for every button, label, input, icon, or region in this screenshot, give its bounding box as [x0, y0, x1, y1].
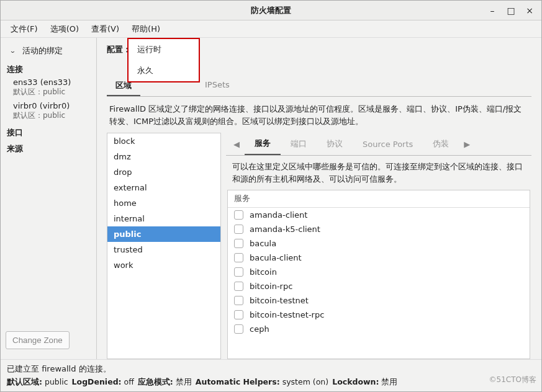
service-checkbox[interactable] — [234, 267, 243, 277]
service-row[interactable]: bitcoin — [228, 265, 530, 279]
watermark: ©51CTO博客 — [489, 375, 536, 385]
zone-detail: ◀ 服务 端口 协议 Source Ports 伪装 ▶ 可以在这里定义区域中哪… — [226, 133, 531, 359]
svc-tab-ports[interactable]: 端口 — [281, 133, 317, 154]
service-checkbox[interactable] — [234, 225, 243, 234]
default-zone-value: public — [45, 377, 68, 386]
config-option-permanent[interactable]: 永久 — [129, 60, 199, 81]
service-name: bitcoin — [250, 267, 277, 277]
connection-name: virbr0 (virbr0) — [7, 100, 90, 110]
zone-item-drop[interactable]: drop — [107, 164, 220, 180]
window-title: 防火墙配置 — [251, 5, 291, 16]
panic-mode-label: 应急模式: — [138, 377, 173, 386]
zone-item-public[interactable]: public — [107, 226, 220, 242]
service-tabs: ◀ 服务 端口 协议 Source Ports 伪装 ▶ — [226, 133, 531, 156]
service-checkbox[interactable] — [234, 239, 243, 248]
zone-description: FirewallD 区域定义了绑定的网络连接、接口以及源地址的可信程度。区域是服… — [107, 97, 531, 133]
sidebar-header[interactable]: ⌄ 活动的绑定 — [7, 43, 90, 60]
service-name: bacula-client — [250, 253, 302, 262]
default-zone-label: 默认区域: — [7, 377, 42, 386]
service-name: bitcoin-testnet — [250, 296, 309, 305]
zone-item-block[interactable]: block — [107, 133, 220, 149]
services-description: 可以在这里定义区域中哪些服务是可信的。可连接至绑定到这个区域的连接、接口和源的所… — [226, 156, 531, 189]
service-checkbox[interactable] — [234, 282, 243, 291]
service-row[interactable]: bitcoin-rpc — [228, 279, 530, 293]
zones-row: block dmz drop external home internal pu… — [107, 133, 531, 359]
service-name: bitcoin-testnet-rpc — [250, 310, 324, 319]
tab-ipsets[interactable]: IPSets — [196, 76, 238, 96]
chevron-down-icon: ⌄ — [9, 47, 16, 54]
auto-helpers-value: system (on) — [282, 377, 329, 386]
maximize-button[interactable]: □ — [502, 2, 520, 19]
sidebar: ⌄ 活动的绑定 连接 ens33 (ens33) 默认区：public virb… — [1, 38, 97, 359]
menubar: 文件(F) 选项(O) 查看(V) 帮助(H) — [1, 20, 541, 38]
main-area: ⌄ 活动的绑定 连接 ens33 (ens33) 默认区：public virb… — [1, 38, 541, 359]
lockdown-label: Lockdown: — [332, 377, 379, 386]
menu-options[interactable]: 选项(O) — [44, 22, 85, 37]
minimize-button[interactable]: – — [483, 2, 502, 19]
active-bindings-label: 活动的绑定 — [22, 46, 63, 55]
svc-tab-source-ports[interactable]: Source Ports — [353, 135, 423, 154]
tab-scroll-right-icon[interactable]: ▶ — [459, 137, 475, 151]
change-zone-button[interactable]: Change Zone — [6, 331, 70, 349]
zone-item-work[interactable]: work — [107, 257, 220, 273]
log-denied-label: LogDenied: — [72, 377, 122, 386]
connection-zone: 默认区：public — [7, 87, 90, 100]
window-buttons: – □ × — [483, 1, 539, 20]
zone-item-dmz[interactable]: dmz — [107, 149, 220, 164]
zone-item-home[interactable]: home — [107, 195, 220, 211]
auto-helpers-label: Automatic Helpers: — [196, 377, 280, 386]
connection-item[interactable]: virbr0 (virbr0) 默认区：public — [7, 100, 90, 123]
service-row[interactable]: bacula-client — [228, 251, 530, 265]
service-row[interactable]: bacula — [228, 236, 530, 251]
service-name: bitcoin-rpc — [250, 282, 292, 291]
statusbar-line1: 已建立至 firewalld 的连接。 — [1, 359, 541, 376]
service-name: bacula — [250, 239, 276, 248]
tab-scroll-left-icon[interactable]: ◀ — [228, 137, 245, 151]
svc-tab-protocols[interactable]: 协议 — [317, 133, 353, 154]
service-row[interactable]: bitcoin-testnet-rpc — [228, 308, 530, 322]
zone-item-internal[interactable]: internal — [107, 211, 220, 226]
service-row[interactable]: amanda-client — [228, 208, 530, 222]
service-row[interactable]: amanda-k5-client — [228, 222, 530, 236]
menu-help[interactable]: 帮助(H) — [125, 22, 166, 37]
content: 配置： 区域 IPSets FirewallD 区域定义了绑定的网络连接、接口以… — [97, 38, 541, 359]
zone-item-trusted[interactable]: trusted — [107, 242, 220, 257]
services-table: 服务 amanda-clientamanda-k5-clientbaculaba… — [227, 190, 530, 359]
service-name: amanda-k5-client — [250, 225, 320, 234]
window: 防火墙配置 – □ × 文件(F) 选项(O) 查看(V) 帮助(H) ⌄ 活动… — [0, 0, 542, 392]
service-row[interactable]: bitcoin-testnet — [228, 293, 530, 308]
service-checkbox[interactable] — [234, 210, 243, 220]
titlebar: 防火墙配置 – □ × — [1, 1, 541, 20]
services-column-header[interactable]: 服务 — [228, 190, 530, 208]
service-row[interactable]: ceph — [228, 322, 530, 336]
zone-list[interactable]: block dmz drop external home internal pu… — [107, 133, 221, 359]
panic-mode-value: 禁用 — [176, 377, 192, 386]
connection-zone: 默认区：public — [7, 110, 90, 123]
menu-file[interactable]: 文件(F) — [4, 22, 44, 37]
lockdown-value: 禁用 — [381, 377, 397, 386]
statusbar-line2: 默认区域: public LogDenied: off 应急模式: 禁用 Aut… — [1, 376, 541, 391]
connection-name: ens33 (ens33) — [7, 76, 90, 87]
interfaces-label: 接口 — [7, 123, 90, 140]
log-denied-value: off — [124, 377, 134, 386]
sources-label: 来源 — [7, 140, 90, 156]
service-checkbox[interactable] — [234, 253, 243, 262]
service-name: ceph — [250, 324, 269, 334]
zone-item-external[interactable]: external — [107, 180, 220, 195]
service-checkbox[interactable] — [234, 324, 243, 334]
svc-tab-masquerade[interactable]: 伪装 — [423, 133, 459, 154]
menu-view[interactable]: 查看(V) — [85, 22, 125, 37]
svc-tab-services[interactable]: 服务 — [245, 133, 281, 155]
connections-label: 连接 — [7, 60, 90, 76]
close-button[interactable]: × — [520, 2, 539, 19]
service-checkbox[interactable] — [234, 310, 243, 319]
service-checkbox[interactable] — [234, 296, 243, 305]
service-name: amanda-client — [250, 210, 307, 220]
config-option-runtime[interactable]: 运行时 — [129, 39, 199, 60]
connection-item[interactable]: ens33 (ens33) 默认区：public — [7, 76, 90, 100]
config-dropdown[interactable]: 运行时 永久 — [127, 38, 200, 82]
